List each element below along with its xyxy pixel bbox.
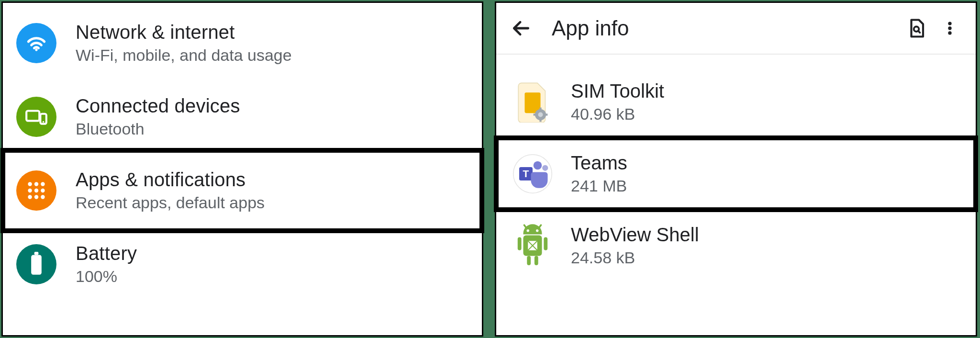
teams-icon: T: [511, 152, 555, 196]
android-robot-icon: [511, 224, 555, 268]
svg-point-28: [534, 161, 542, 170]
svg-rect-13: [34, 252, 39, 255]
svg-line-39: [538, 225, 541, 229]
svg-point-30: [527, 229, 529, 232]
svg-rect-36: [535, 256, 538, 265]
svg-point-20: [538, 113, 543, 117]
svg-point-17: [948, 31, 951, 34]
settings-item-title: Battery: [76, 243, 137, 264]
settings-item-network[interactable]: Network & internet Wi-Fi, mobile, and da…: [3, 3, 482, 83]
apps-grid-icon: [16, 170, 56, 211]
svg-point-10: [34, 195, 38, 199]
wifi-icon: [16, 23, 56, 63]
svg-point-9: [28, 195, 32, 199]
settings-pane: Network & internet Wi-Fi, mobile, and da…: [1, 1, 483, 337]
settings-item-subtitle: Bluetooth: [76, 120, 240, 138]
sim-card-icon: [511, 80, 555, 124]
app-row-webview-shell[interactable]: WebView Shell 24.58 kB: [496, 210, 976, 282]
pane-divider: [483, 0, 495, 338]
svg-point-5: [41, 182, 45, 186]
svg-point-3: [28, 182, 32, 186]
app-row-teams[interactable]: T Teams 241 MB: [496, 138, 976, 210]
app-size: 24.58 kB: [571, 248, 699, 267]
svg-rect-0: [26, 111, 39, 121]
app-size: 40.96 kB: [571, 105, 664, 124]
svg-point-2: [43, 121, 44, 123]
more-menu-icon[interactable]: [937, 16, 962, 41]
app-size: 241 MB: [571, 177, 627, 195]
battery-icon: [16, 244, 56, 284]
svg-rect-34: [544, 237, 547, 250]
svg-point-7: [34, 189, 38, 192]
svg-point-11: [41, 195, 45, 199]
app-row-sim-toolkit[interactable]: SIM Toolkit 40.96 kB: [496, 66, 976, 138]
page-title: App info: [552, 16, 895, 40]
svg-rect-24: [545, 113, 548, 115]
settings-item-subtitle: Recent apps, default apps: [76, 193, 265, 212]
svg-rect-35: [527, 256, 531, 265]
svg-point-16: [948, 26, 951, 30]
svg-rect-21: [539, 108, 541, 111]
svg-rect-22: [539, 119, 541, 122]
search-in-page-icon[interactable]: [904, 16, 929, 41]
svg-point-29: [542, 165, 548, 171]
svg-point-15: [948, 22, 951, 25]
svg-point-31: [536, 229, 538, 232]
settings-item-title: Connected devices: [76, 95, 240, 117]
appbar: App info: [496, 3, 976, 55]
svg-point-4: [34, 182, 38, 186]
app-name: SIM Toolkit: [571, 80, 664, 102]
svg-rect-12: [31, 255, 42, 275]
appinfo-pane: App info: [495, 1, 977, 337]
svg-point-8: [41, 189, 45, 192]
svg-point-6: [28, 189, 32, 192]
settings-item-battery[interactable]: Battery 100%: [3, 231, 482, 298]
app-name: WebView Shell: [571, 224, 699, 246]
app-name: Teams: [571, 152, 627, 174]
settings-item-devices[interactable]: Connected devices Bluetooth: [3, 83, 482, 150]
devices-icon: [16, 97, 56, 137]
svg-rect-23: [534, 113, 537, 115]
settings-item-title: Apps & notifications: [76, 169, 265, 191]
back-button[interactable]: [510, 17, 533, 40]
svg-rect-33: [518, 237, 522, 250]
settings-item-subtitle: 100%: [76, 267, 137, 286]
svg-line-38: [524, 225, 527, 229]
settings-item-apps[interactable]: Apps & notifications Recent apps, defaul…: [3, 150, 482, 231]
settings-item-title: Network & internet: [76, 22, 292, 43]
settings-item-subtitle: Wi-Fi, mobile, and data usage: [76, 46, 292, 65]
svg-text:T: T: [523, 168, 529, 179]
